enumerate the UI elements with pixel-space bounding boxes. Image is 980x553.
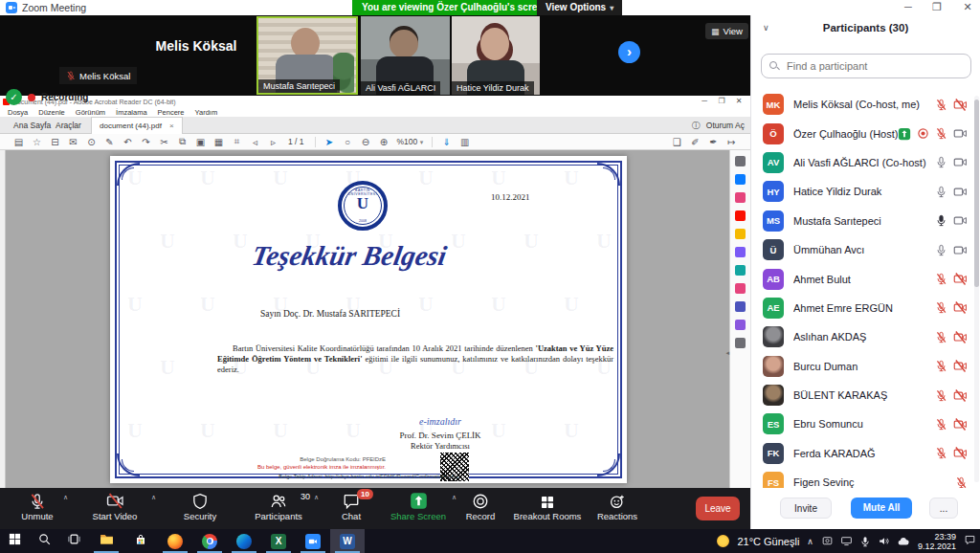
mic-icon[interactable]	[935, 156, 947, 168]
video-tile[interactable]: Ali Vasfi AĞLARCI	[361, 16, 450, 95]
participant-row[interactable]: FSFigen Sevinç	[751, 468, 975, 488]
start-taskbar-button[interactable]	[0, 529, 30, 553]
video-on-icon[interactable]	[953, 126, 968, 141]
participant-row[interactable]: AEAhmet Emre ERGÜN	[751, 294, 975, 322]
action-center-icon[interactable]	[964, 533, 976, 550]
find-icon[interactable]: ⌗	[230, 136, 244, 147]
star-icon[interactable]: ☆	[30, 137, 44, 147]
redo-icon[interactable]: ↷	[139, 137, 153, 147]
video-on-icon[interactable]	[953, 213, 968, 228]
menu-pencere[interactable]: Pencere	[158, 108, 185, 117]
video-on-icon[interactable]	[953, 155, 968, 169]
recording-icon[interactable]	[917, 127, 929, 140]
zoom-in-icon[interactable]: ⊕	[377, 137, 391, 147]
video-off-icon[interactable]	[953, 330, 968, 344]
video-on-icon[interactable]	[953, 185, 968, 199]
select-icon[interactable]: ➤	[323, 137, 337, 147]
zoom-out-icon[interactable]: ⊖	[359, 137, 373, 147]
acrobat-close-button[interactable]: ✕	[731, 97, 746, 105]
muted-mic-icon[interactable]	[935, 418, 947, 431]
search-icon[interactable]: ⊙	[84, 137, 99, 147]
chevron-up-icon[interactable]: ∧	[63, 494, 68, 501]
video-tile[interactable]: Mustafa Sarıtepeci	[256, 16, 358, 95]
leave-button[interactable]: Leave	[696, 497, 740, 520]
minimize-button[interactable]: ─	[898, 0, 919, 14]
chevron-up-icon[interactable]: ∧	[452, 494, 457, 501]
zoom-taskbar-button[interactable]	[296, 529, 330, 553]
close-tab-icon[interactable]: ×	[169, 122, 174, 130]
acrobat-minimize-button[interactable]: ─	[697, 97, 712, 105]
tool-pane-icon-8[interactable]	[735, 301, 746, 312]
zoom-level-select[interactable]: %100 ▾	[397, 137, 424, 146]
next-videos-arrow[interactable]: ›	[618, 41, 640, 63]
chevron-up-icon[interactable]: ∧	[151, 494, 156, 501]
video-off-icon[interactable]	[953, 272, 968, 286]
nav-pane-strip[interactable]	[0, 150, 6, 488]
participant-row[interactable]: ÜÜmmühan Avcı	[751, 235, 975, 264]
tool-pane-icon-2[interactable]	[735, 192, 746, 203]
clipboard-icon[interactable]: ▣	[193, 137, 208, 147]
copy-icon[interactable]: ⧉	[175, 136, 189, 147]
search-taskbar-button[interactable]	[30, 529, 59, 553]
view-layout-button[interactable]: ▦View	[705, 23, 748, 39]
muted-mic-icon[interactable]	[935, 301, 947, 314]
firefox-taskbar-button[interactable]	[158, 529, 192, 553]
page-prev-icon[interactable]: ◃	[248, 137, 262, 147]
menu-yardım[interactable]: Yardım	[195, 108, 218, 117]
menu-i̇mzalama[interactable]: İmzalama	[116, 108, 147, 117]
hidden-icons-chevron[interactable]: ∧	[807, 537, 813, 546]
participant-row[interactable]: BÜLENT KARAKAŞ	[751, 381, 975, 409]
tool-pane-icon-0[interactable]	[735, 156, 746, 166]
participant-row[interactable]: HYHatice Yildiz Durak	[751, 177, 975, 206]
word-taskbar-button[interactable]: W	[330, 529, 365, 553]
unmute-button[interactable]: Unmute∧	[8, 492, 67, 526]
acrobat-maximize-button[interactable]: ❐	[714, 97, 729, 105]
participant-row[interactable]: AVAli Vasfi AĞLARCI (Co-host)	[751, 148, 975, 177]
fill-sign-icon[interactable]: ✒	[706, 137, 721, 147]
muted-mic-icon[interactable]	[935, 99, 947, 111]
weather-text[interactable]: 21°C Güneşli	[737, 536, 799, 547]
view-options-button[interactable]: View Options▾	[537, 0, 622, 15]
chrome-taskbar-button[interactable]	[192, 529, 227, 553]
video-off-icon[interactable]	[953, 446, 968, 460]
menu-görünüm[interactable]: Görünüm	[76, 108, 105, 117]
sign-in-link[interactable]: ⓘOturum Aç	[692, 117, 745, 134]
tool-pane-icon-5[interactable]	[735, 247, 746, 257]
participant-row[interactable]: ÖÖzer Çulhaoğlu (Host)	[751, 119, 975, 147]
muted-mic-icon[interactable]	[935, 273, 947, 285]
participants-button[interactable]: 30Participants∧	[239, 492, 318, 526]
video-tile[interactable]: Hatice Yildiz Durak	[452, 16, 540, 95]
participant-row[interactable]: FKFerda KARADAĞ	[751, 439, 975, 468]
chat-button[interactable]: 10Chat	[327, 492, 375, 526]
comment-icon[interactable]: ❑	[670, 137, 684, 147]
tool-pane-icon-4[interactable]	[735, 229, 746, 239]
video-on-icon[interactable]	[953, 243, 968, 257]
snapshot-icon[interactable]: ▦	[212, 137, 226, 147]
maximize-button[interactable]: ❐	[926, 0, 947, 14]
mail-icon[interactable]: ✉	[66, 137, 80, 147]
store-taskbar-button[interactable]	[123, 529, 158, 553]
participant-row[interactable]: MKMelis Köksal (Co-host, me)	[751, 90, 975, 119]
menu-dosya[interactable]: Dosya	[8, 108, 28, 117]
reactions-button[interactable]: Reactions	[591, 492, 643, 526]
task-view-taskbar-button[interactable]	[59, 529, 89, 553]
tool-pane-icon-1[interactable]	[735, 174, 746, 185]
close-button[interactable]: ✕	[957, 0, 978, 14]
muted-mic-icon[interactable]	[935, 331, 947, 343]
mic-icon[interactable]	[935, 186, 947, 198]
mute-all-button[interactable]: Mute All	[851, 498, 912, 519]
page-next-icon[interactable]: ▹	[266, 137, 280, 147]
scrollbar[interactable]	[974, 96, 979, 482]
cut-icon[interactable]: ✂	[157, 137, 171, 147]
volume-tray-icon[interactable]	[878, 535, 890, 547]
video-off-icon[interactable]	[953, 417, 968, 431]
send-icon[interactable]: ↦	[724, 137, 739, 147]
pane-collapse-arrow[interactable]: ◂	[725, 349, 729, 357]
speaking-mic-icon[interactable]	[935, 214, 947, 227]
invite-button[interactable]: Invite	[780, 498, 832, 519]
security-button[interactable]: Security	[172, 492, 228, 526]
tool-pane-icon-9[interactable]	[735, 320, 746, 330]
cloud-tray-icon[interactable]	[897, 535, 910, 548]
screen-sharing-icon[interactable]	[898, 127, 911, 141]
video-off-icon[interactable]	[953, 300, 968, 315]
